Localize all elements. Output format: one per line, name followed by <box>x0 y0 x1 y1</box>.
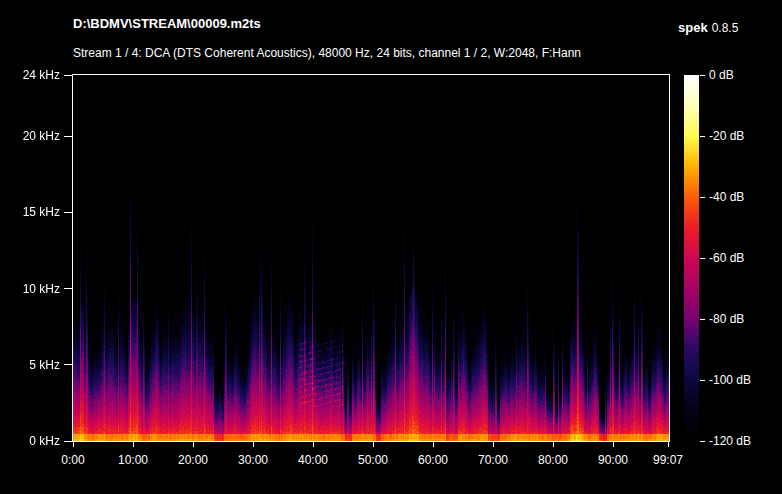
freq-tick-label: 0 kHz <box>0 434 60 448</box>
time-tick-label: 40:00 <box>283 453 343 467</box>
db-tick <box>700 319 705 320</box>
db-tick <box>700 75 705 76</box>
db-tick-label: -100 dB <box>709 373 751 387</box>
time-tick <box>193 442 194 447</box>
spectrogram-plot <box>72 74 670 442</box>
freq-tick-label: 10 kHz <box>0 282 60 296</box>
freq-tick-label: 24 kHz <box>0 68 60 82</box>
time-tick <box>553 442 554 447</box>
db-tick-label: 0 dB <box>709 68 734 82</box>
db-tick <box>700 380 705 381</box>
time-tick-label: 60:00 <box>403 453 463 467</box>
db-tick-label: -40 dB <box>709 190 744 204</box>
time-tick-label: 0:00 <box>43 453 103 467</box>
freq-tick-label: 20 kHz <box>0 129 60 143</box>
db-tick <box>700 136 705 137</box>
app-window: D:\BDMV\STREAM\00009.m2ts spek0.8.5 Stre… <box>0 0 782 494</box>
time-tick <box>373 442 374 447</box>
db-tick-label: -120 dB <box>709 434 751 448</box>
time-tick-label: 80:00 <box>523 453 583 467</box>
time-tick-label: 70:00 <box>463 453 523 467</box>
db-tick <box>700 441 705 442</box>
time-tick-label: 90:00 <box>583 453 643 467</box>
db-tick-label: -60 dB <box>709 251 744 265</box>
time-tick <box>313 442 314 447</box>
time-tick <box>668 442 669 447</box>
time-tick <box>133 442 134 447</box>
time-tick <box>493 442 494 447</box>
time-tick-label: 50:00 <box>343 453 403 467</box>
time-tick-label: 10:00 <box>103 453 163 467</box>
db-tick <box>700 258 705 259</box>
freq-tick <box>64 212 72 213</box>
freq-tick <box>64 288 72 289</box>
freq-tick-label: 15 kHz <box>0 205 60 219</box>
time-tick <box>73 442 74 447</box>
app-brand: spek0.8.5 <box>678 18 738 36</box>
file-path-title: D:\BDMV\STREAM\00009.m2ts <box>73 16 261 31</box>
time-tick <box>613 442 614 447</box>
time-tick <box>433 442 434 447</box>
db-tick-label: -80 dB <box>709 312 744 326</box>
freq-tick-label: 5 kHz <box>0 358 60 372</box>
freq-tick <box>64 136 72 137</box>
app-version: 0.8.5 <box>712 21 739 35</box>
time-tick-label: 99:07 <box>638 453 698 467</box>
spectrogram-canvas <box>73 75 669 441</box>
time-tick <box>253 442 254 447</box>
time-tick-label: 30:00 <box>223 453 283 467</box>
app-name: spek <box>678 20 708 35</box>
db-tick-label: -20 dB <box>709 129 744 143</box>
db-tick <box>700 197 705 198</box>
freq-tick <box>64 364 72 365</box>
freq-tick <box>64 441 72 442</box>
freq-tick <box>64 75 72 76</box>
db-legend-colorbar <box>684 75 699 441</box>
time-tick-label: 20:00 <box>163 453 223 467</box>
stream-info-subtitle: Stream 1 / 4: DCA (DTS Coherent Acoustic… <box>73 46 581 60</box>
